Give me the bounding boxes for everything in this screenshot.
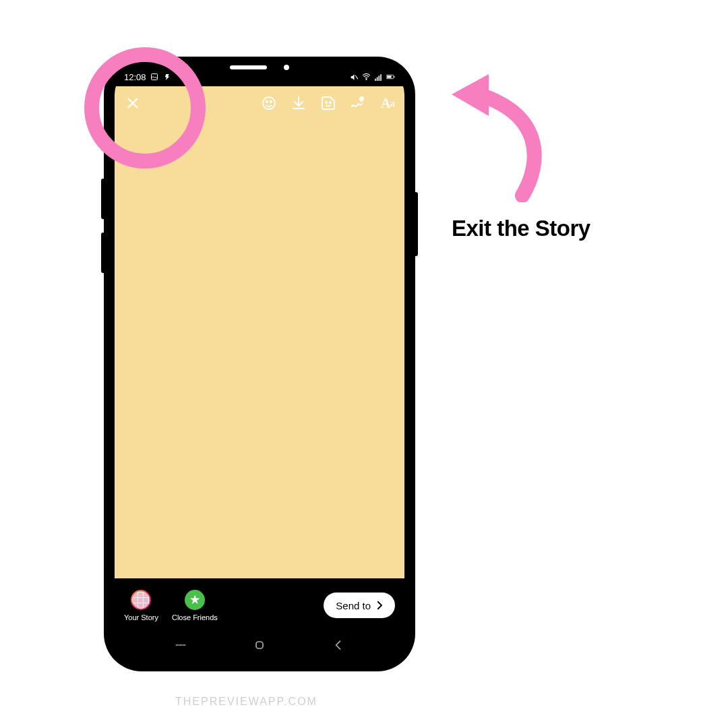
svg-rect-5 xyxy=(379,75,380,81)
story-toolbar: Aa xyxy=(115,89,404,117)
watermark: THEPREVIEWAPP.COM xyxy=(175,696,317,708)
star-icon: ★ xyxy=(190,593,200,606)
volume-up-button xyxy=(101,179,105,219)
annotation-arrow xyxy=(442,67,556,202)
svg-rect-6 xyxy=(380,74,382,81)
your-story-avatar xyxy=(131,590,151,610)
android-nav-bar xyxy=(115,632,404,661)
speaker-grill xyxy=(230,65,267,69)
status-time: 12:08 xyxy=(124,72,146,82)
recent-apps-button[interactable] xyxy=(174,638,187,655)
svg-rect-8 xyxy=(387,75,392,78)
story-canvas[interactable]: Aa xyxy=(115,86,404,580)
download-icon[interactable] xyxy=(290,94,307,112)
phone-frame: 12:08 xyxy=(104,57,415,671)
power-button xyxy=(414,192,418,256)
annotation-text: Exit the Story xyxy=(452,216,590,241)
notif-icon xyxy=(163,73,172,82)
phone-screen: 12:08 xyxy=(115,67,404,661)
send-to-label: Send to xyxy=(336,600,371,611)
svg-point-18 xyxy=(330,102,331,103)
svg-rect-4 xyxy=(377,77,378,80)
svg-point-2 xyxy=(366,79,367,80)
image-icon xyxy=(150,73,159,82)
text-icon[interactable]: Aa xyxy=(379,94,396,112)
phone-notch xyxy=(192,57,327,78)
svg-rect-22 xyxy=(256,642,263,648)
effects-icon[interactable] xyxy=(260,94,278,112)
draw-icon[interactable] xyxy=(349,94,367,112)
svg-point-12 xyxy=(263,97,275,109)
signal-icon xyxy=(374,73,383,82)
close-friends-label: Close Friends xyxy=(172,613,218,621)
wifi-icon xyxy=(362,73,371,82)
chevron-right-icon xyxy=(373,599,386,611)
volume-down-button xyxy=(101,233,105,273)
back-button[interactable] xyxy=(332,638,345,655)
svg-point-14 xyxy=(270,101,272,102)
story-footer: Your Story ★ Close Friends Send to xyxy=(115,578,404,632)
mute-icon xyxy=(350,73,359,82)
your-story-label: Your Story xyxy=(124,613,158,621)
your-story-button[interactable]: Your Story xyxy=(124,590,158,621)
svg-point-17 xyxy=(326,102,327,103)
svg-point-13 xyxy=(266,101,268,102)
home-button[interactable] xyxy=(253,638,266,655)
svg-line-1 xyxy=(355,75,358,78)
svg-rect-9 xyxy=(394,76,394,78)
sticker-icon[interactable] xyxy=(320,94,337,112)
close-friends-avatar: ★ xyxy=(185,590,205,610)
front-camera xyxy=(284,65,289,70)
battery-icon xyxy=(386,73,395,82)
close-friends-button[interactable]: ★ Close Friends xyxy=(172,590,218,621)
close-button[interactable] xyxy=(123,93,143,113)
send-to-button[interactable]: Send to xyxy=(324,593,395,618)
svg-rect-3 xyxy=(375,78,376,80)
